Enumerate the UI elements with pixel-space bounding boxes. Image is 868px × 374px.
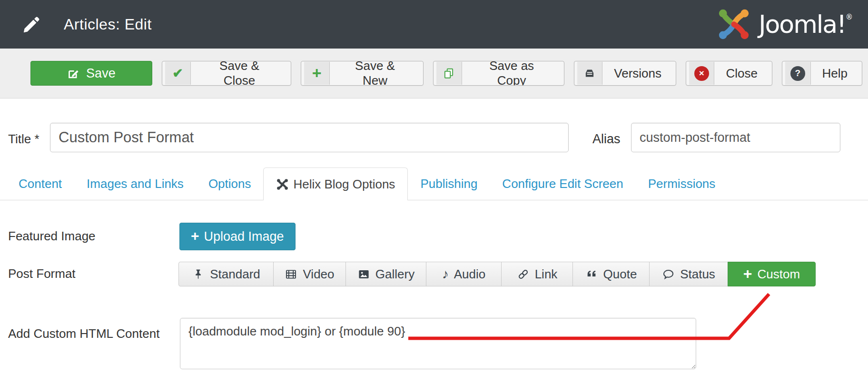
save-label: Save <box>86 66 116 81</box>
tab-bar: Content Images and Links Options Helix B… <box>0 167 868 200</box>
copy-icon <box>436 62 462 85</box>
tab-permissions[interactable]: Permissions <box>636 167 728 200</box>
save-as-copy-label: Save as Copy <box>462 62 561 85</box>
help-icon: ? <box>785 62 811 85</box>
plus-icon: + <box>191 229 199 243</box>
custom-html-label: Add Custom HTML Content <box>8 326 159 341</box>
post-format-quote-button[interactable]: Quote <box>572 262 650 286</box>
quote-icon <box>585 268 598 281</box>
check-icon: ✔ <box>165 62 191 85</box>
title-label: Title * <box>8 132 39 147</box>
tab-content[interactable]: Content <box>6 167 74 200</box>
post-format-button-group: Standard Video Gallery ♪ Audio <box>178 262 816 286</box>
joomla-logo-icon <box>716 6 752 42</box>
save-button[interactable]: Save <box>30 61 152 86</box>
pencil-icon <box>22 14 42 34</box>
speech-bubble-icon <box>662 268 675 281</box>
versions-label: Versions <box>602 62 673 85</box>
versions-icon <box>577 62 602 85</box>
joomla-brand: Joomla!® <box>716 6 852 42</box>
save-and-close-label: Save & Close <box>191 62 288 85</box>
articles-edit-page: Articles: Edit Joomla!® Save <box>0 0 868 374</box>
alias-input[interactable] <box>631 123 840 152</box>
tab-configure-edit-screen[interactable]: Configure Edit Screen <box>490 167 635 200</box>
post-format-link-button[interactable]: Link <box>501 262 573 286</box>
joomla-wordmark: Joomla!® <box>759 10 852 39</box>
title-input[interactable] <box>50 123 569 152</box>
post-format-custom-button[interactable]: + Custom <box>728 262 816 286</box>
page-title: Articles: Edit <box>64 16 152 33</box>
close-label: Close <box>714 62 769 85</box>
plus-icon: + <box>743 266 752 281</box>
help-label: Help <box>811 62 859 85</box>
edit-icon <box>67 67 80 80</box>
upload-image-label: Upload Image <box>204 229 284 244</box>
post-format-video-button[interactable]: Video <box>273 262 346 286</box>
chain-link-icon <box>517 268 530 281</box>
post-format-gallery-button[interactable]: Gallery <box>345 262 426 286</box>
close-icon: × <box>689 62 714 85</box>
registered-mark: ® <box>846 13 852 21</box>
picture-icon <box>357 268 370 281</box>
tab-options[interactable]: Options <box>196 167 264 200</box>
toolbar: Save ✔ Save & Close + Save & New Save as… <box>0 49 868 98</box>
pushpin-icon <box>192 268 205 281</box>
app-header: Articles: Edit Joomla!® <box>0 0 868 49</box>
post-format-audio-button[interactable]: ♪ Audio <box>426 262 502 286</box>
save-and-new-button[interactable]: + Save & New <box>301 61 424 86</box>
plus-icon: + <box>304 62 330 85</box>
joomla-symbol-icon <box>276 178 289 191</box>
save-as-copy-button[interactable]: Save as Copy <box>433 61 564 86</box>
post-format-standard-button[interactable]: Standard <box>178 262 274 286</box>
film-icon <box>285 268 297 281</box>
custom-html-textarea[interactable]: {loadmodule mod_login} or {module 90} <box>180 318 696 369</box>
tab-images-and-links[interactable]: Images and Links <box>74 167 196 200</box>
tab-publishing[interactable]: Publishing <box>408 167 490 200</box>
music-note-icon: ♪ <box>442 267 449 281</box>
post-format-label: Post Format <box>8 266 76 281</box>
featured-image-label: Featured Image <box>8 229 96 244</box>
versions-button[interactable]: Versions <box>574 61 676 86</box>
tab-helix-blog-options[interactable]: Helix Blog Options <box>263 167 408 200</box>
upload-image-button[interactable]: + Upload Image <box>179 223 296 250</box>
save-and-new-label: Save & New <box>330 62 420 85</box>
alias-label: Alias <box>592 132 621 147</box>
post-format-status-button[interactable]: Status <box>649 262 728 286</box>
help-button[interactable]: ? Help <box>782 61 862 86</box>
close-button[interactable]: × Close <box>686 61 772 86</box>
save-and-close-button[interactable]: ✔ Save & Close <box>162 61 291 86</box>
